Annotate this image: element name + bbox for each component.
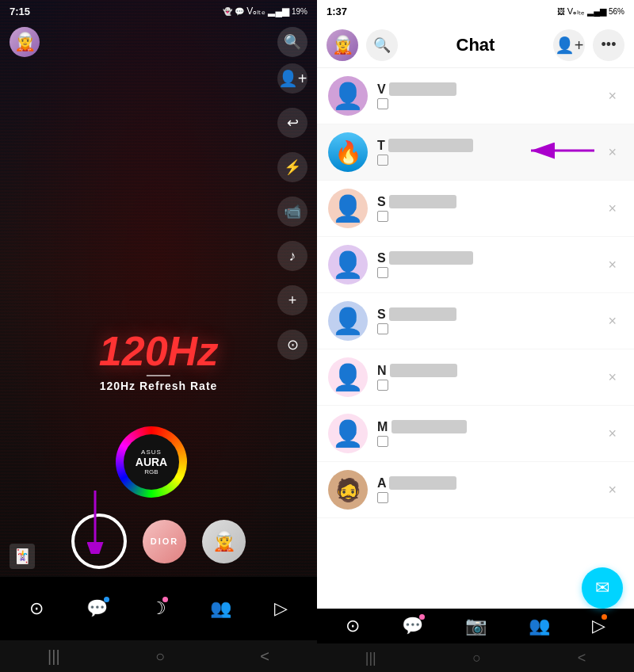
chat-preview-n bbox=[377, 380, 602, 391]
friends-icon[interactable]: 👥 bbox=[210, 598, 231, 619]
left-search-button[interactable]: 🔍 bbox=[277, 27, 307, 57]
avatar-s3: 👤 bbox=[328, 301, 368, 341]
chat-name-a: A ████████ bbox=[377, 476, 602, 491]
person-silhouette-s1: 👤 bbox=[332, 193, 364, 223]
whatsapp-icon: 💬 bbox=[235, 7, 244, 16]
friends-icon-right[interactable]: 👥 bbox=[529, 616, 550, 636]
hz-display: 120Hz 120Hz Refresh Rate bbox=[99, 280, 218, 392]
preview-icon-n bbox=[377, 380, 388, 391]
right-avatar[interactable]: 🧝 bbox=[327, 29, 358, 61]
rotate-button[interactable]: ↩ bbox=[277, 108, 307, 138]
dior-item[interactable]: DIOR bbox=[143, 520, 186, 563]
left-panel: 7:15 👻 💬 Vₒₗₜₑ ▂▄▆ 19% 🧝 🔍 👤+ ↩ ⚡ 📹 ♪ + bbox=[0, 0, 317, 672]
chat-info-v: V ████████ bbox=[368, 82, 602, 109]
left-avatar[interactable]: 🧝 bbox=[10, 27, 40, 57]
float-action-button[interactable]: ✉ bbox=[582, 567, 623, 609]
preview-icon-a bbox=[377, 492, 388, 503]
add-friend-right-button[interactable]: 👤+ bbox=[553, 29, 585, 61]
music-icon: ♪ bbox=[289, 248, 296, 265]
preview-icon-t bbox=[377, 155, 388, 166]
chat-item-s1[interactable]: 👤 S ████████ × bbox=[317, 181, 634, 237]
person-silhouette-v: 👤 bbox=[332, 81, 364, 111]
right-status-bar: 1:37 🖼 Vₒₗₜₑ ▂▄▆ 56% bbox=[317, 0, 634, 22]
compose-icon: ✉ bbox=[595, 578, 609, 598]
hz-text: 120Hz bbox=[99, 327, 218, 375]
recent-apps-right[interactable]: ||| bbox=[365, 650, 376, 666]
chat-item-v[interactable]: 👤 V ████████ × bbox=[317, 68, 634, 124]
orange-dot bbox=[602, 614, 607, 620]
people-icon-right: 👥 bbox=[529, 616, 550, 636]
chat-preview-t bbox=[377, 155, 602, 166]
back-button[interactable]: < bbox=[260, 647, 269, 666]
plus-icon: + bbox=[288, 292, 297, 309]
preview-icon-v bbox=[377, 98, 388, 109]
map-pin-icon: ⊙ bbox=[29, 598, 44, 619]
close-button-s2[interactable]: × bbox=[602, 254, 623, 277]
close-button-v[interactable]: × bbox=[602, 85, 623, 108]
chat-icon-right[interactable]: 💬 bbox=[402, 616, 423, 636]
lens-button[interactable]: ⊙ bbox=[277, 330, 307, 360]
close-button-a[interactable]: × bbox=[602, 479, 623, 502]
music-button[interactable]: ♪ bbox=[277, 241, 307, 271]
chat-info-s3: S ████████ bbox=[368, 307, 602, 334]
plus-button[interactable]: + bbox=[277, 285, 307, 315]
spotlight-icon[interactable]: ☽ bbox=[151, 598, 166, 619]
chat-info-n: N ████████ bbox=[368, 364, 602, 391]
preview-icon-s2 bbox=[377, 267, 388, 278]
right-panel: 1:37 🖼 Vₒₗₜₑ ▂▄▆ 56% 🧝 🔍 Chat 👤+ ••• 👤 bbox=[317, 0, 634, 672]
rotate-icon: ↩ bbox=[287, 114, 299, 132]
person-silhouette-s3: 👤 bbox=[332, 306, 364, 336]
chat-name-n: N ████████ bbox=[377, 364, 602, 378]
chat-item-t[interactable]: 🔥 T ██████████ × bbox=[317, 124, 634, 181]
chat-item-s3[interactable]: 👤 S ████████ × bbox=[317, 293, 634, 349]
bitmoji-item[interactable]: 🧝 bbox=[202, 520, 246, 563]
chat-item-n[interactable]: 👤 N ████████ × bbox=[317, 349, 634, 406]
chat-item-s2[interactable]: 👤 S ██████████ × bbox=[317, 237, 634, 293]
add-friend-icon: 👤+ bbox=[555, 36, 584, 55]
map-icon[interactable]: ⊙ bbox=[29, 598, 44, 619]
close-button-n[interactable]: × bbox=[602, 366, 623, 389]
map-pin-icon-right: ⊙ bbox=[346, 616, 360, 636]
discover-icon-right[interactable]: ▷ bbox=[592, 616, 605, 636]
close-button-t[interactable]: × bbox=[602, 141, 623, 164]
left-bottom-icons: ⊙ 💬 ☽ 👥 ▷ bbox=[0, 577, 317, 640]
close-button-m[interactable]: × bbox=[602, 422, 623, 445]
add-friend-left-button[interactable]: 👤+ bbox=[277, 63, 307, 94]
preview-icon-s3 bbox=[377, 323, 388, 334]
close-button-s3[interactable]: × bbox=[602, 310, 623, 333]
avatar-s1: 👤 bbox=[328, 189, 368, 228]
preview-icon-m bbox=[377, 436, 388, 447]
chat-info-s2: S ██████████ bbox=[368, 251, 602, 278]
camera-icon-right[interactable]: 📷 bbox=[465, 616, 487, 636]
back-right[interactable]: < bbox=[578, 650, 586, 666]
aura-text: AURA bbox=[136, 456, 167, 468]
close-button-s1[interactable]: × bbox=[602, 197, 623, 220]
home-right[interactable]: ○ bbox=[472, 650, 481, 666]
person-silhouette-a: 🧔 bbox=[334, 477, 362, 503]
right-side-icons: 👤+ ↩ ⚡ 📹 ♪ + ⊙ bbox=[277, 63, 307, 360]
right-nav-bar: ||| ○ < bbox=[317, 643, 634, 672]
search-icon: 🔍 bbox=[373, 36, 391, 54]
avatar-n: 👤 bbox=[328, 357, 368, 397]
video-button[interactable]: 📹 bbox=[277, 197, 307, 227]
chat-item-a[interactable]: 🧔 A ████████ × bbox=[317, 462, 634, 518]
blurred-name-m: █████████ bbox=[391, 420, 468, 433]
add-person-icon: 👤+ bbox=[278, 69, 307, 88]
blurred-name-s2: ██████████ bbox=[389, 251, 473, 265]
chat-preview-v bbox=[377, 98, 602, 109]
avatar-s2: 👤 bbox=[328, 245, 368, 284]
purple-arrow-svg bbox=[79, 491, 127, 554]
more-options-button[interactable]: ••• bbox=[593, 29, 624, 61]
home-button[interactable]: ○ bbox=[155, 647, 165, 666]
map-icon-right[interactable]: ⊙ bbox=[346, 616, 360, 636]
blue-dot bbox=[104, 597, 109, 602]
chat-preview-s2 bbox=[377, 267, 602, 278]
search-button-right[interactable]: 🔍 bbox=[366, 29, 398, 61]
aura-container: ASUS AURA RGB bbox=[116, 426, 187, 498]
chat-icon-left[interactable]: 💬 bbox=[86, 598, 108, 619]
discover-icon[interactable]: ▷ bbox=[274, 598, 288, 619]
flash-button[interactable]: ⚡ bbox=[277, 152, 307, 182]
recent-apps-button[interactable]: ||| bbox=[48, 647, 60, 666]
left-bottom-strip: ⊙ 💬 ☽ 👥 ▷ ||| ○ < bbox=[0, 577, 317, 672]
chat-item-m[interactable]: 👤 M █████████ × bbox=[317, 406, 634, 462]
